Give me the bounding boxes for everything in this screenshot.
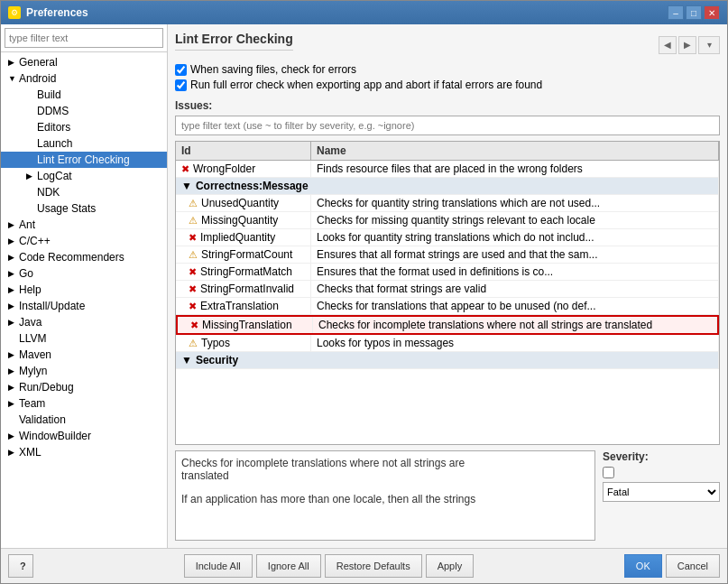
cell-name: Checks for missing quantity strings rele… xyxy=(311,212,719,228)
tree-item-mylyn[interactable]: ▶Mylyn xyxy=(1,363,167,379)
issues-label: Issues: xyxy=(175,99,720,112)
filter-box xyxy=(1,24,167,52)
table-row[interactable]: ✖MissingTranslation Checks for incomplet… xyxy=(176,315,719,335)
tree-item-run-debug[interactable]: ▶Run/Debug xyxy=(1,379,167,395)
table-row[interactable]: ✖ExtraTranslation Checks for translation… xyxy=(176,298,719,315)
table-row[interactable]: ✖WrongFolder Finds resource files that a… xyxy=(176,161,719,178)
table-row[interactable]: ✖StringFormatInvalid Checks that format … xyxy=(176,281,719,298)
tree-arrow: ▶ xyxy=(8,366,17,375)
help-button[interactable]: ? xyxy=(8,554,33,578)
cell-name: Looks for typos in messages xyxy=(311,335,719,351)
include-all-button[interactable]: Include All xyxy=(184,554,253,578)
tree-item-lint-error[interactable]: Lint Error Checking xyxy=(1,152,167,168)
maximize-button[interactable]: □ xyxy=(686,5,702,20)
cell-id: ✖MissingTranslation xyxy=(178,317,313,333)
tree-arrow: ▶ xyxy=(8,448,17,457)
check-on-save[interactable] xyxy=(175,64,187,76)
tree-arrow: ▶ xyxy=(8,383,17,392)
table-row[interactable]: ✖StringFormatMatch Ensures that the form… xyxy=(176,264,719,281)
cell-id: ⚠UnusedQuantity xyxy=(176,195,311,211)
filter-input[interactable] xyxy=(5,28,163,48)
tree-item-maven[interactable]: ▶Maven xyxy=(1,347,167,363)
column-name: Name xyxy=(311,142,719,160)
severity-area: Severity: FatalErrorWarningInfoIgnore xyxy=(603,450,720,541)
row-name-text: Looks for quantity string translations w… xyxy=(317,231,594,244)
tree-item-label: LLVM xyxy=(19,332,46,345)
check-on-export[interactable] xyxy=(175,79,187,91)
tree-item-ddms[interactable]: DDMS xyxy=(1,103,167,119)
desc-line1: Checks for incomplete translations where… xyxy=(181,457,465,469)
tree-item-label: Go xyxy=(19,267,33,280)
tree-item-launch[interactable]: Launch xyxy=(1,135,167,152)
tree-item-ant[interactable]: ▶Ant xyxy=(1,217,167,233)
row-id-text: ImpliedQuantity xyxy=(200,231,275,244)
tree-item-help[interactable]: ▶Help xyxy=(1,282,167,298)
cell-id: ✖ExtraTranslation xyxy=(176,298,311,314)
apply-button[interactable]: Apply xyxy=(426,554,475,578)
table-row[interactable]: ⚠StringFormatCount Ensures that all form… xyxy=(176,246,719,264)
tree-item-label: DDMS xyxy=(37,105,69,117)
tree-arrow: ▶ xyxy=(8,285,17,294)
nav-back-button[interactable]: ◀ xyxy=(659,36,677,54)
tree-item-label: Ant xyxy=(19,218,35,231)
tree-item-label: Android xyxy=(19,72,56,85)
tree-item-cpp[interactable]: ▶C/C++ xyxy=(1,233,167,249)
desc-line4: If an application has more than one loca… xyxy=(181,493,475,505)
section-title: Lint Error Checking xyxy=(175,32,293,51)
warning-icon: ⚠ xyxy=(189,249,198,261)
issues-filter-input[interactable] xyxy=(175,116,720,135)
tree-item-install-update[interactable]: ▶Install/Update xyxy=(1,298,167,314)
tree-item-label: Mylyn xyxy=(19,365,47,377)
tree-item-llvm[interactable]: LLVM xyxy=(1,330,167,347)
tree-item-team[interactable]: ▶Team xyxy=(1,395,167,412)
cell-name: Ensures that all format strings are used… xyxy=(311,246,719,263)
tree-item-android[interactable]: ▼Android xyxy=(1,70,167,87)
tree-item-editors[interactable]: Editors xyxy=(1,119,167,135)
table-row[interactable]: ✖ImpliedQuantity Looks for quantity stri… xyxy=(176,229,719,246)
row-name-text: Checks that format strings are valid xyxy=(317,283,486,295)
tree-item-label: Help xyxy=(19,283,41,296)
table-row[interactable]: ⚠Typos Looks for typos in messages xyxy=(176,335,719,352)
cell-name: Checks for quantity string translations … xyxy=(311,195,719,211)
close-button[interactable]: ✕ xyxy=(704,5,720,20)
nav-forward-button[interactable]: ▶ xyxy=(678,36,696,54)
tree-item-windowbuilder[interactable]: ▶WindowBuilder xyxy=(1,428,167,444)
cancel-button[interactable]: Cancel xyxy=(666,554,720,578)
tree-item-build[interactable]: Build xyxy=(1,87,167,103)
tree-item-java[interactable]: ▶Java xyxy=(1,314,167,330)
restore-defaults-button[interactable]: Restore Defaults xyxy=(325,554,422,578)
tree-item-logcat[interactable]: ▶LogCat xyxy=(1,168,167,184)
tree-item-usage-stats[interactable]: Usage Stats xyxy=(1,200,167,217)
minimize-button[interactable]: – xyxy=(668,5,684,20)
row-id-text: Typos xyxy=(201,337,230,349)
tree-item-go[interactable]: ▶Go xyxy=(1,265,167,282)
tree-item-general[interactable]: ▶General xyxy=(1,54,167,70)
cell-name: Checks for incomplete translations where… xyxy=(313,317,717,333)
tree-item-label: Launch xyxy=(37,137,72,150)
tree-item-xml[interactable]: ▶XML xyxy=(1,444,167,460)
severity-select[interactable]: FatalErrorWarningInfoIgnore xyxy=(603,482,720,502)
row-name-text: Checks for missing quantity strings rele… xyxy=(317,214,595,227)
tree-item-ndk[interactable]: NDK xyxy=(1,184,167,200)
table-row[interactable]: ⚠MissingQuantity Checks for missing quan… xyxy=(176,212,719,229)
tree-arrow: ▶ xyxy=(8,399,17,408)
check-on-export-label: Run full error check when exporting app … xyxy=(190,79,542,91)
ignore-all-button[interactable]: Ignore All xyxy=(256,554,321,578)
issues-table: Id Name ✖WrongFolder Finds resource file… xyxy=(175,141,720,445)
table-row[interactable]: ▼ Correctness:Message xyxy=(176,178,719,195)
table-row[interactable]: ⚠UnusedQuantity Checks for quantity stri… xyxy=(176,195,719,212)
tree-item-code-recommenders[interactable]: ▶Code Recommenders xyxy=(1,249,167,265)
check-on-save-label: When saving files, check for errors xyxy=(190,63,356,76)
group-arrow: ▼ xyxy=(181,354,192,366)
tree-item-validation[interactable]: Validation xyxy=(1,412,167,428)
tree-arrow: ▶ xyxy=(8,220,17,229)
cell-id: ⚠MissingQuantity xyxy=(176,212,311,228)
severity-checkbox[interactable] xyxy=(603,467,614,478)
table-row[interactable]: ▼ Security xyxy=(176,352,719,369)
row-id-text: MissingQuantity xyxy=(201,214,278,227)
nav-menu-button[interactable]: ▾ xyxy=(698,36,720,54)
error-icon: ✖ xyxy=(189,301,197,312)
tree-item-label: General xyxy=(19,56,58,69)
ok-button[interactable]: OK xyxy=(624,554,662,578)
tree-arrow: ▶ xyxy=(8,301,17,311)
